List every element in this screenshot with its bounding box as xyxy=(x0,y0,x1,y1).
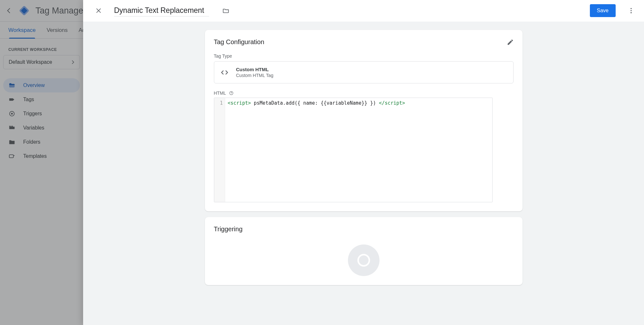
tag-name-input[interactable] xyxy=(114,5,209,16)
svg-point-8 xyxy=(630,8,632,9)
tag-type-title: Custom HTML xyxy=(236,67,274,72)
svg-point-13 xyxy=(358,255,369,266)
edit-config-button[interactable] xyxy=(504,36,517,49)
more-vert-icon xyxy=(628,7,635,14)
save-button[interactable]: Save xyxy=(590,4,616,17)
add-trigger-button[interactable] xyxy=(348,244,380,276)
close-button[interactable] xyxy=(92,4,105,17)
folder-outline-icon xyxy=(222,7,229,14)
code-token-close: </script> xyxy=(379,100,405,106)
card-title: Triggering xyxy=(214,225,514,233)
html-code-editor[interactable]: 1 <script> psMetaData.add({ name: {{vari… xyxy=(214,98,493,202)
code-token-open: <script> xyxy=(228,100,251,106)
target-icon xyxy=(355,252,372,269)
svg-point-9 xyxy=(630,10,632,11)
code-token-body: psMetaData.add({ name: {{variableName}} … xyxy=(251,100,379,106)
code-gutter: 1 xyxy=(214,98,225,202)
tag-configuration-card: Tag Configuration Tag Type Custom HTML C… xyxy=(205,30,523,211)
card-title: Tag Configuration xyxy=(214,38,264,46)
tag-type-selector[interactable]: Custom HTML Custom HTML Tag xyxy=(214,61,514,83)
triggering-card: Triggering xyxy=(205,217,523,285)
more-menu-button[interactable] xyxy=(625,4,638,17)
close-icon xyxy=(95,7,102,14)
tag-type-label: Tag Type xyxy=(214,53,514,59)
panel-body: Tag Configuration Tag Type Custom HTML C… xyxy=(83,22,644,325)
tag-edit-panel: Save Tag Configuration Tag Type xyxy=(83,0,644,325)
code-content[interactable]: <script> psMetaData.add({ name: {{variab… xyxy=(225,98,408,202)
pencil-icon xyxy=(507,39,514,46)
svg-point-12 xyxy=(231,94,231,94)
help-icon[interactable] xyxy=(229,91,234,96)
trigger-empty-state xyxy=(214,233,514,276)
code-icon xyxy=(220,68,229,77)
svg-point-10 xyxy=(630,12,632,14)
choose-folder-button[interactable] xyxy=(219,4,232,17)
tag-type-subtitle: Custom HTML Tag xyxy=(236,73,274,78)
panel-header: Save xyxy=(83,0,644,22)
tag-type-text: Custom HTML Custom HTML Tag xyxy=(236,67,274,78)
line-number: 1 xyxy=(214,100,223,107)
html-field-label: HTML xyxy=(214,91,226,96)
